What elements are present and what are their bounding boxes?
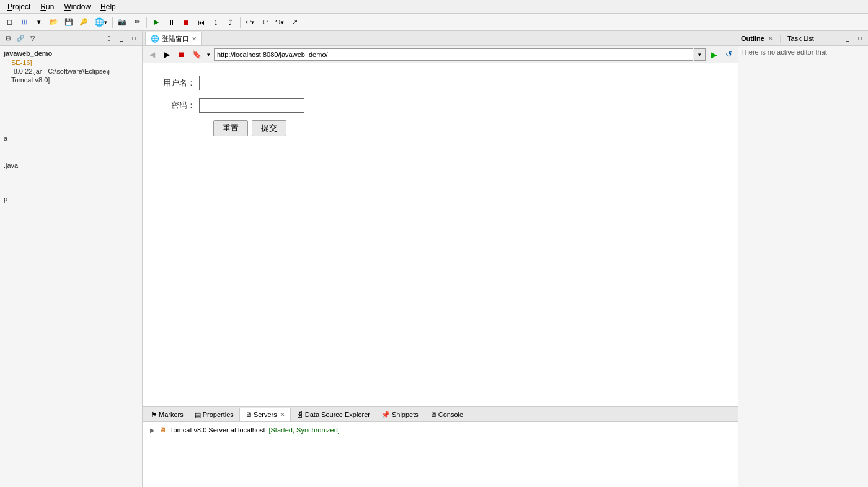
toolbar-btn-step[interactable]: ⏮	[194, 15, 208, 29]
tab-properties[interactable]: ▤ Properties	[189, 408, 239, 421]
sidebar-min-btn[interactable]: _	[116, 33, 127, 44]
toolbar-btn-step3[interactable]: ⤴	[224, 15, 237, 29]
sidebar-item-java[interactable]: .java	[1, 161, 141, 170]
tab-snippets[interactable]: 📌 Snippets	[376, 408, 424, 421]
toolbar-btn-fwd[interactable]: ↩	[258, 15, 272, 29]
server-status: [Started, Synchronized]	[268, 426, 339, 434]
sidebar-item-jar[interactable]: -8.0.22.jar - C:\software\Eclipse\j	[9, 67, 141, 76]
datasource-icon: 🗄	[296, 411, 303, 418]
toolbar-dropdown-4[interactable]: ↪ ▾	[273, 17, 286, 27]
tab-console[interactable]: 🖥 Console	[424, 408, 469, 421]
center-area: 🌐 登陆窗口 ✕ ◀ ▶ ⏹ 🔖 ▾ ▾ ▶ ↺ 用户名：	[143, 31, 738, 487]
sidebar-collapse-btn[interactable]: ⊟	[2, 33, 14, 44]
url-dropdown[interactable]: ▾	[694, 48, 706, 61]
sidebar-item-se16[interactable]: SE-16]	[9, 58, 141, 67]
browser-tab-login[interactable]: 🌐 登陆窗口 ✕	[145, 32, 202, 45]
back-button[interactable]: ◀	[145, 48, 159, 61]
toolbar-btn-run[interactable]: ▶	[149, 15, 163, 29]
tab-servers[interactable]: 🖥 Servers ✕	[239, 408, 291, 421]
toolbar: ◻ ⊞ ▾ 📂 💾 🔑 🌐 ▾ 📷 ✏ ▶ ⏸ ⏹ ⏮ ⤵ ⤴ ↩ ▾ ↩ ↪ …	[0, 14, 868, 31]
browser-toolbar: ◀ ▶ ⏹ 🔖 ▾ ▾ ▶ ↺	[143, 46, 738, 63]
outline-close-icon[interactable]: ✕	[768, 35, 773, 42]
tab-properties-label: Properties	[203, 411, 234, 418]
markers-icon: ⚑	[151, 411, 157, 419]
toolbar-btn-1[interactable]: ◻	[2, 15, 16, 29]
toolbar-btn-6[interactable]: 📷	[115, 15, 129, 29]
browser-tab-label: 登陆窗口	[162, 34, 189, 43]
toolbar-dropdown-1[interactable]: ▾	[32, 15, 46, 29]
right-panel: Outline ✕ | Task List _ □ There is no ac…	[738, 31, 868, 487]
tab-console-label: Console	[438, 411, 463, 418]
chevron-right-icon: ▶	[150, 427, 155, 434]
properties-icon: ▤	[195, 411, 201, 419]
sidebar-menu-btn[interactable]: ⋮	[104, 33, 115, 44]
right-panel-header: Outline ✕ | Task List _ □	[738, 31, 868, 46]
refresh-button[interactable]: ↺	[722, 48, 735, 61]
login-form: 用户名： 密码： 重置 提交	[155, 76, 304, 136]
toolbar-btn-2[interactable]: ⊞	[17, 15, 31, 29]
sidebar-tree: SE-16] -8.0.22.jar - C:\software\Eclipse…	[1, 58, 141, 84]
sidebar-item-a[interactable]: a	[1, 134, 141, 143]
toolbar-btn-stop[interactable]: ⏹	[179, 15, 193, 29]
tab-markers-label: Markers	[159, 411, 184, 418]
tasklist-tab-label[interactable]: Task List	[787, 35, 814, 42]
sidebar-link-btn[interactable]: 🔗	[15, 33, 26, 44]
browser-tabs: 🌐 登陆窗口 ✕	[143, 31, 738, 46]
toolbar-btn-ext[interactable]: ↗	[288, 15, 301, 29]
menu-run[interactable]: Run	[35, 1, 59, 12]
right-panel-max-btn[interactable]: □	[854, 33, 866, 44]
sidebar-item-tomcat[interactable]: Tomcat v8.0]	[9, 76, 141, 84]
console-icon: 🖥	[430, 411, 436, 418]
toolbar-btn-5[interactable]: 🔑	[77, 15, 91, 29]
sidebar-header: ⊟ 🔗 ▽ ⋮ _ □	[0, 31, 142, 46]
menubar: Project Run Window Help	[0, 0, 868, 14]
bottom-tabs: ⚑ Markers ▤ Properties 🖥 Servers ✕ 🗄 Dat…	[143, 407, 738, 422]
toolbar-btn-3[interactable]: 📂	[47, 15, 61, 29]
tab-markers[interactable]: ⚑ Markers	[145, 408, 189, 421]
server-name: Tomcat v8.0 Server at localhost	[170, 426, 265, 434]
toolbar-btn-pause[interactable]: ⏸	[164, 15, 178, 29]
reset-button[interactable]: 重置	[213, 120, 248, 136]
page-content: 用户名： 密码： 重置 提交	[143, 63, 738, 406]
url-dropdown-left[interactable]: ▾	[205, 50, 213, 59]
sidebar-filter-btn[interactable]: ▽	[27, 33, 38, 44]
menu-help[interactable]: Help	[95, 1, 121, 12]
right-panel-content: There is no active editor that	[738, 46, 868, 487]
toolbar-btn-step2[interactable]: ⤵	[209, 15, 223, 29]
toolbar-btn-7[interactable]: ✏	[130, 15, 144, 29]
sidebar-project-title[interactable]: javaweb_demo	[1, 48, 141, 58]
right-panel-min-btn[interactable]: _	[842, 33, 853, 44]
toolbar-separator-2	[146, 17, 147, 28]
toolbar-dropdown-2[interactable]: 🌐 ▾	[92, 16, 110, 28]
stop-button[interactable]: ⏹	[175, 48, 188, 61]
tab-datasource-label: Data Source Explorer	[305, 411, 370, 418]
toolbar-separator-1	[112, 17, 113, 28]
toolbar-separator-3	[240, 17, 241, 28]
main-layout: ⊟ 🔗 ▽ ⋮ _ □ javaweb_demo SE-16] -8.0.22.…	[0, 31, 868, 487]
bookmark-button[interactable]: 🔖	[190, 48, 203, 61]
sidebar-item-p[interactable]: p	[1, 195, 141, 203]
globe-icon: 🌐	[151, 35, 159, 43]
menu-project[interactable]: Project	[2, 1, 35, 12]
servers-close[interactable]: ✕	[280, 411, 285, 418]
tab-snippets-label: Snippets	[392, 411, 418, 418]
snippets-icon: 📌	[381, 411, 390, 419]
sidebar-max-btn[interactable]: □	[128, 33, 140, 44]
toolbar-dropdown-3[interactable]: ↩ ▾	[243, 17, 257, 27]
toolbar-btn-4[interactable]: 💾	[62, 15, 76, 29]
username-label: 用户名：	[155, 77, 195, 89]
outline-tab-label[interactable]: Outline	[741, 35, 764, 42]
menu-window[interactable]: Window	[59, 1, 95, 12]
server-row[interactable]: ▶ 🖥 Tomcat v8.0 Server at localhost [Sta…	[148, 424, 733, 436]
tab-datasource[interactable]: 🗄 Data Source Explorer	[291, 408, 376, 421]
go-button[interactable]: ▶	[707, 48, 720, 61]
password-input[interactable]	[199, 98, 304, 113]
browser-tab-close[interactable]: ✕	[192, 35, 197, 42]
bottom-area: ⚑ Markers ▤ Properties 🖥 Servers ✕ 🗄 Dat…	[143, 406, 738, 487]
url-input[interactable]	[214, 48, 693, 61]
submit-button[interactable]: 提交	[252, 120, 286, 136]
form-buttons: 重置 提交	[195, 120, 304, 136]
forward-button[interactable]: ▶	[160, 48, 174, 61]
username-input[interactable]	[199, 76, 304, 90]
server-icon: 🖥	[159, 426, 166, 434]
